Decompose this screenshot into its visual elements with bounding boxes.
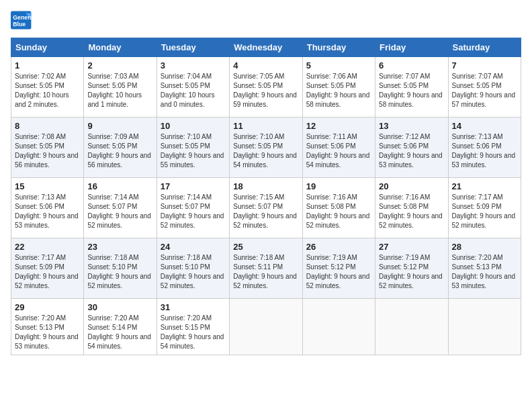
day-info: Sunrise: 7:18 AM Sunset: 5:11 PM Dayligh… — [233, 253, 298, 291]
day-number: 11 — [233, 121, 298, 131]
day-info: Sunrise: 7:20 AM Sunset: 5:13 PM Dayligh… — [452, 253, 517, 291]
day-info: Sunrise: 7:09 AM Sunset: 5:05 PM Dayligh… — [87, 132, 152, 170]
day-header-thursday: Thursday — [302, 38, 375, 57]
day-info: Sunrise: 7:15 AM Sunset: 5:07 PM Dayligh… — [233, 193, 298, 230]
day-number: 21 — [452, 181, 517, 191]
calendar-table: SundayMondayTuesdayWednesdayThursdayFrid… — [11, 38, 521, 355]
day-info: Sunrise: 7:02 AM Sunset: 5:05 PM Dayligh… — [15, 72, 80, 109]
calendar-cell: 9 Sunrise: 7:09 AM Sunset: 5:05 PM Dayli… — [84, 118, 157, 178]
day-number: 5 — [306, 60, 371, 71]
day-number: 20 — [379, 181, 444, 191]
day-info: Sunrise: 7:19 AM Sunset: 5:12 PM Dayligh… — [379, 253, 444, 291]
day-header-sunday: Sunday — [11, 38, 84, 57]
day-number: 2 — [87, 60, 152, 71]
day-number: 22 — [15, 242, 80, 252]
day-header-friday: Friday — [375, 38, 448, 57]
day-info: Sunrise: 7:13 AM Sunset: 5:06 PM Dayligh… — [452, 132, 517, 170]
calendar-cell: 19 Sunrise: 7:16 AM Sunset: 5:08 PM Dayl… — [302, 178, 375, 238]
calendar-cell: 3 Sunrise: 7:04 AM Sunset: 5:05 PM Dayli… — [157, 57, 229, 118]
day-info: Sunrise: 7:17 AM Sunset: 5:09 PM Dayligh… — [452, 193, 517, 230]
day-number: 26 — [306, 242, 371, 252]
day-number: 18 — [233, 181, 298, 191]
day-number: 23 — [87, 242, 152, 252]
day-number: 4 — [233, 60, 298, 71]
calendar-cell: 4 Sunrise: 7:05 AM Sunset: 5:05 PM Dayli… — [230, 57, 302, 118]
day-info: Sunrise: 7:04 AM Sunset: 5:05 PM Dayligh… — [161, 72, 226, 109]
day-number: 10 — [161, 121, 226, 131]
calendar-cell — [230, 299, 302, 355]
day-number: 15 — [15, 181, 80, 191]
calendar-cell: 5 Sunrise: 7:06 AM Sunset: 5:05 PM Dayli… — [302, 57, 375, 118]
calendar-cell: 13 Sunrise: 7:12 AM Sunset: 5:06 PM Dayl… — [375, 118, 448, 178]
day-info: Sunrise: 7:10 AM Sunset: 5:05 PM Dayligh… — [161, 132, 226, 170]
calendar-cell — [302, 299, 375, 355]
day-info: Sunrise: 7:20 AM Sunset: 5:13 PM Dayligh… — [15, 314, 80, 351]
day-header-tuesday: Tuesday — [157, 38, 229, 57]
day-number: 31 — [161, 302, 226, 312]
calendar-cell: 25 Sunrise: 7:18 AM Sunset: 5:11 PM Dayl… — [230, 238, 302, 299]
day-number: 29 — [15, 302, 80, 312]
day-number: 7 — [452, 60, 517, 71]
calendar-cell: 26 Sunrise: 7:19 AM Sunset: 5:12 PM Dayl… — [302, 238, 375, 299]
calendar-cell: 8 Sunrise: 7:08 AM Sunset: 5:05 PM Dayli… — [11, 118, 84, 178]
day-number: 6 — [379, 60, 444, 71]
calendar-cell: 30 Sunrise: 7:20 AM Sunset: 5:14 PM Dayl… — [84, 299, 157, 355]
day-info: Sunrise: 7:12 AM Sunset: 5:06 PM Dayligh… — [379, 132, 444, 170]
day-number: 13 — [379, 121, 444, 131]
day-number: 16 — [87, 181, 152, 191]
day-number: 12 — [306, 121, 371, 131]
calendar-cell: 7 Sunrise: 7:07 AM Sunset: 5:05 PM Dayli… — [448, 57, 521, 118]
calendar-cell: 23 Sunrise: 7:18 AM Sunset: 5:10 PM Dayl… — [84, 238, 157, 299]
day-info: Sunrise: 7:13 AM Sunset: 5:06 PM Dayligh… — [15, 193, 80, 230]
calendar-cell: 17 Sunrise: 7:14 AM Sunset: 5:07 PM Dayl… — [157, 178, 229, 238]
day-info: Sunrise: 7:18 AM Sunset: 5:10 PM Dayligh… — [87, 253, 152, 291]
svg-text:General: General — [13, 14, 32, 21]
day-info: Sunrise: 7:14 AM Sunset: 5:07 PM Dayligh… — [87, 193, 152, 230]
day-number: 1 — [15, 60, 80, 71]
day-number: 24 — [161, 242, 226, 252]
day-number: 25 — [233, 242, 298, 252]
day-info: Sunrise: 7:06 AM Sunset: 5:05 PM Dayligh… — [306, 72, 371, 109]
day-number: 14 — [452, 121, 517, 131]
day-info: Sunrise: 7:11 AM Sunset: 5:06 PM Dayligh… — [306, 132, 371, 170]
calendar-cell: 2 Sunrise: 7:03 AM Sunset: 5:05 PM Dayli… — [84, 57, 157, 118]
calendar-cell: 16 Sunrise: 7:14 AM Sunset: 5:07 PM Dayl… — [84, 178, 157, 238]
svg-text:Blue: Blue — [13, 21, 26, 28]
calendar-cell: 15 Sunrise: 7:13 AM Sunset: 5:06 PM Dayl… — [11, 178, 84, 238]
day-info: Sunrise: 7:18 AM Sunset: 5:10 PM Dayligh… — [161, 253, 226, 291]
calendar-cell — [375, 299, 448, 355]
day-header-saturday: Saturday — [448, 38, 521, 57]
calendar-cell: 27 Sunrise: 7:19 AM Sunset: 5:12 PM Dayl… — [375, 238, 448, 299]
day-info: Sunrise: 7:05 AM Sunset: 5:05 PM Dayligh… — [233, 72, 298, 109]
calendar-cell: 1 Sunrise: 7:02 AM Sunset: 5:05 PM Dayli… — [11, 57, 84, 118]
day-info: Sunrise: 7:16 AM Sunset: 5:08 PM Dayligh… — [379, 193, 444, 230]
day-number: 27 — [379, 242, 444, 252]
page-header: General Blue — [11, 11, 521, 30]
day-number: 3 — [161, 60, 226, 71]
day-number: 30 — [87, 302, 152, 312]
day-header-monday: Monday — [84, 38, 157, 57]
day-number: 8 — [15, 121, 80, 131]
calendar-cell: 31 Sunrise: 7:20 AM Sunset: 5:15 PM Dayl… — [157, 299, 229, 355]
day-info: Sunrise: 7:14 AM Sunset: 5:07 PM Dayligh… — [161, 193, 226, 230]
day-info: Sunrise: 7:20 AM Sunset: 5:15 PM Dayligh… — [161, 314, 226, 351]
day-number: 19 — [306, 181, 371, 191]
day-number: 9 — [87, 121, 152, 131]
day-info: Sunrise: 7:03 AM Sunset: 5:05 PM Dayligh… — [87, 72, 152, 109]
calendar-cell: 20 Sunrise: 7:16 AM Sunset: 5:08 PM Dayl… — [375, 178, 448, 238]
day-info: Sunrise: 7:08 AM Sunset: 5:05 PM Dayligh… — [15, 132, 80, 170]
day-number: 28 — [452, 242, 517, 252]
day-info: Sunrise: 7:17 AM Sunset: 5:09 PM Dayligh… — [15, 253, 80, 291]
day-info: Sunrise: 7:20 AM Sunset: 5:14 PM Dayligh… — [87, 314, 152, 351]
calendar-cell — [448, 299, 521, 355]
calendar-cell: 18 Sunrise: 7:15 AM Sunset: 5:07 PM Dayl… — [230, 178, 302, 238]
calendar-cell: 28 Sunrise: 7:20 AM Sunset: 5:13 PM Dayl… — [448, 238, 521, 299]
logo: General Blue — [11, 11, 32, 30]
day-info: Sunrise: 7:19 AM Sunset: 5:12 PM Dayligh… — [306, 253, 371, 291]
day-number: 17 — [161, 181, 226, 191]
calendar-cell: 10 Sunrise: 7:10 AM Sunset: 5:05 PM Dayl… — [157, 118, 229, 178]
calendar-cell: 21 Sunrise: 7:17 AM Sunset: 5:09 PM Dayl… — [448, 178, 521, 238]
calendar-cell: 6 Sunrise: 7:07 AM Sunset: 5:05 PM Dayli… — [375, 57, 448, 118]
calendar-cell: 22 Sunrise: 7:17 AM Sunset: 5:09 PM Dayl… — [11, 238, 84, 299]
day-info: Sunrise: 7:16 AM Sunset: 5:08 PM Dayligh… — [306, 193, 371, 230]
